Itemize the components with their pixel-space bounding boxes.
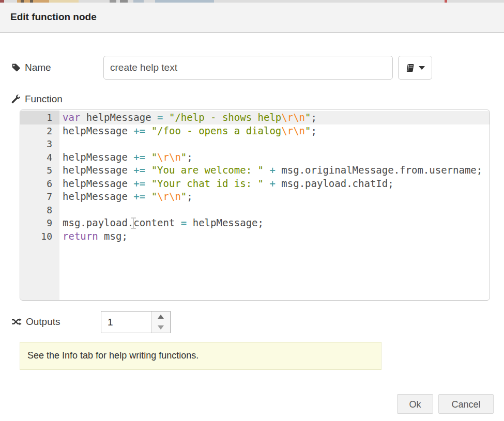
name-label: Name [11,62,51,73]
line-number: 2 [20,124,59,138]
line-number: 3 [20,137,59,151]
line-number: 5 [20,164,59,177]
form-tip-box: See the Info tab for help writing functi… [20,342,381,370]
code-line-10[interactable]: return msg; [59,230,490,243]
code-editor[interactable]: 12345678910 var helpMessage = "/help - s… [20,110,490,301]
caret-down-icon [419,66,425,70]
code-line-5[interactable]: helpMessage += "You are welcome: " + msg… [59,164,490,177]
line-number: 7 [20,190,59,204]
ok-button[interactable]: Ok [397,394,433,414]
spinner-buttons [151,311,170,333]
library-button[interactable] [398,56,432,80]
outputs-spinner [101,311,171,333]
outputs-input[interactable] [101,311,157,333]
outputs-label: Outputs [11,316,60,328]
spinner-up-icon [158,315,164,319]
spinner-down-icon [158,325,164,330]
random-icon [11,318,22,326]
line-number: 9 [20,216,59,230]
line-number: 4 [20,151,59,164]
editor-gutter: 12345678910 [20,110,59,300]
edit-function-node-dialog: Edit function node Name [0,0,504,421]
line-number: 10 [20,230,59,243]
code-line-9[interactable]: msg.payload.content = helpMessage; [59,216,490,230]
editor-code-area[interactable]: var helpMessage = "/help - shows help\r\… [59,110,490,300]
book-icon [405,63,415,73]
code-line-8[interactable] [59,204,490,217]
spinner-down-button[interactable] [151,322,170,333]
dialog-header: Edit function node [0,3,504,33]
line-number: 1 [20,111,59,124]
tag-icon [11,63,21,72]
dialog-title: Edit function node [10,11,97,23]
code-line-3[interactable] [59,137,490,151]
line-number: 8 [20,204,59,217]
wrench-icon [11,95,21,104]
name-label-text: Name [25,62,51,73]
code-line-7[interactable]: helpMessage += "\r\n"; [59,190,490,204]
function-label: Function [11,93,63,105]
line-number: 6 [20,177,59,191]
code-line-1[interactable]: var helpMessage = "/help - shows help\r\… [59,111,490,124]
code-line-6[interactable]: helpMessage += "Your chat id is: " + msg… [59,177,490,191]
function-label-text: Function [25,93,63,105]
code-line-2[interactable]: helpMessage += "/foo - opens a dialog\r\… [59,124,490,138]
name-input[interactable] [103,56,393,80]
outputs-label-text: Outputs [26,316,60,328]
code-line-4[interactable]: helpMessage += "\r\n"; [59,151,490,164]
spinner-up-button[interactable] [151,311,170,322]
cancel-button[interactable]: Cancel [438,394,494,414]
form-tip-text: See the Info tab for help writing functi… [27,350,198,361]
